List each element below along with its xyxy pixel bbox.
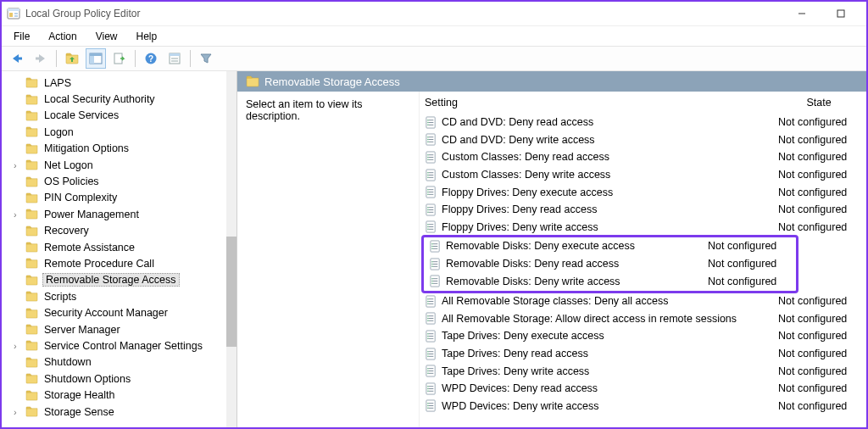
policy-icon: [425, 203, 437, 216]
highlight-annotation: Removable Disks: Deny execute accessNot …: [421, 235, 798, 293]
setting-name: CD and DVD: Deny write access: [442, 134, 778, 146]
tree-item[interactable]: Security Account Manager: [2, 304, 236, 320]
setting-row[interactable]: CD and DVD: Deny read accessNot configur…: [420, 114, 866, 131]
up-one-level-button[interactable]: [62, 48, 82, 69]
back-button[interactable]: [7, 48, 27, 69]
setting-state: Not configured: [778, 203, 866, 215]
tree-item[interactable]: Storage Sense: [2, 404, 236, 420]
column-state[interactable]: State: [775, 97, 863, 109]
tree-item[interactable]: Remote Procedure Call: [2, 255, 236, 271]
tree-item[interactable]: Logon: [2, 124, 236, 140]
tree-item[interactable]: Removable Storage Access: [2, 272, 236, 288]
properties-button[interactable]: [164, 48, 185, 69]
setting-row[interactable]: Removable Disks: Deny execute accessNot …: [424, 237, 796, 255]
export-list-button[interactable]: [109, 48, 130, 69]
tree-item[interactable]: Shutdown Options: [2, 370, 236, 387]
setting-name: Removable Disks: Deny read access: [446, 258, 708, 270]
setting-name: Floppy Drives: Deny read access: [442, 203, 778, 215]
show-hide-tree-button[interactable]: [86, 48, 106, 69]
tree-item-label: Storage Health: [42, 389, 116, 401]
tree-item[interactable]: LAPS: [2, 75, 236, 91]
folder-icon: [25, 110, 38, 121]
setting-row[interactable]: Tape Drives: Deny read accessNot configu…: [420, 345, 866, 363]
scrollbar-thumb[interactable]: [226, 237, 236, 347]
policy-icon: [425, 382, 437, 395]
folder-icon: [25, 242, 38, 253]
section-header: Removable Storage Access: [237, 71, 866, 92]
svg-rect-18: [90, 53, 102, 56]
folder-icon: [25, 373, 38, 384]
setting-row[interactable]: All Removable Storage classes: Deny all …: [420, 292, 866, 310]
setting-row[interactable]: CD and DVD: Deny write accessNot configu…: [420, 131, 866, 149]
setting-row[interactable]: Removable Disks: Deny read accessNot con…: [424, 255, 796, 273]
tree-item[interactable]: Locale Services: [2, 108, 236, 124]
tree-item[interactable]: Local Security Authority: [2, 91, 236, 107]
tree-item[interactable]: Remote Assistance: [2, 239, 236, 255]
setting-state: Not configured: [778, 330, 866, 342]
setting-name: Custom Classes: Deny read access: [442, 151, 778, 163]
setting-row[interactable]: WPD Devices: Deny read accessNot configu…: [420, 380, 866, 398]
menu-file[interactable]: File: [5, 29, 38, 44]
policy-icon: [425, 133, 437, 146]
tree-item[interactable]: Mitigation Options: [2, 141, 236, 157]
setting-row[interactable]: Floppy Drives: Deny execute accessNot co…: [420, 183, 866, 201]
tree-item[interactable]: Scripts: [2, 288, 236, 304]
tree-item[interactable]: Server Manager: [2, 321, 236, 337]
folder-icon: [25, 406, 38, 417]
setting-state: Not configured: [708, 258, 796, 270]
svg-rect-13: [837, 10, 844, 17]
policy-icon: [425, 295, 437, 308]
policy-icon: [425, 330, 437, 343]
minimize-button[interactable]: [790, 5, 814, 22]
description-column: Select an item to view its description.: [237, 92, 420, 427]
policy-icon: [425, 151, 437, 164]
tree-item[interactable]: Storage Health: [2, 387, 236, 403]
setting-row[interactable]: Custom Classes: Deny write accessNot con…: [420, 166, 866, 184]
folder-icon: [25, 126, 38, 137]
tree-item-label: Scripts: [42, 291, 78, 303]
setting-row[interactable]: Custom Classes: Deny read accessNot conf…: [420, 148, 866, 166]
setting-name: CD and DVD: Deny read access: [442, 116, 778, 128]
tree-item[interactable]: OS Policies: [2, 173, 236, 189]
tree-item[interactable]: Recovery: [2, 223, 236, 239]
tree-pane: LAPSLocal Security AuthorityLocale Servi…: [2, 71, 237, 427]
setting-row[interactable]: Tape Drives: Deny write accessNot config…: [420, 362, 866, 380]
setting-state: Not configured: [778, 151, 866, 163]
menu-action[interactable]: Action: [40, 29, 85, 44]
tree-item-label: Local Security Authority: [42, 93, 157, 105]
folder-icon: [25, 291, 38, 302]
forward-button[interactable]: [31, 48, 51, 69]
help-button[interactable]: ?: [141, 48, 161, 69]
setting-row[interactable]: WPD Devices: Deny write accessNot config…: [420, 398, 866, 415]
menu-help[interactable]: Help: [128, 29, 166, 44]
tree-item[interactable]: Net Logon: [2, 157, 236, 173]
tree-item-label: PIN Complexity: [42, 192, 119, 203]
setting-row[interactable]: Floppy Drives: Deny read accessNot confi…: [420, 201, 866, 219]
menu-view[interactable]: View: [87, 29, 126, 44]
folder-icon: [25, 390, 38, 401]
setting-state: Not configured: [708, 240, 796, 252]
setting-state: Not configured: [778, 348, 866, 359]
setting-row[interactable]: All Removable Storage: Allow direct acce…: [420, 310, 866, 328]
setting-row[interactable]: Floppy Drives: Deny write accessNot conf…: [420, 219, 866, 237]
tree-item[interactable]: Power Management: [2, 206, 236, 222]
policy-icon: [429, 275, 442, 287]
setting-row[interactable]: Removable Disks: Deny write accessNot co…: [424, 272, 796, 290]
setting-row[interactable]: Tape Drives: Deny execute accessNot conf…: [420, 327, 866, 345]
column-setting[interactable]: Setting: [425, 97, 775, 109]
tree-item[interactable]: Service Control Manager Settings: [2, 337, 236, 354]
svg-rect-14: [18, 58, 22, 60]
folder-icon: [25, 324, 38, 335]
tree-item-label: OS Policies: [42, 176, 101, 187]
policy-icon: [425, 169, 437, 181]
maximize-button[interactable]: [829, 5, 853, 22]
toolbar: ?: [2, 46, 866, 71]
filter-button[interactable]: [196, 48, 216, 69]
tree-item[interactable]: Shutdown: [2, 354, 236, 370]
tree-item-label: Net Logon: [42, 159, 95, 171]
setting-name: WPD Devices: Deny read access: [442, 382, 778, 394]
setting-name: Removable Disks: Deny write access: [446, 276, 708, 287]
folder-icon: [246, 75, 259, 87]
tree-item[interactable]: PIN Complexity: [2, 190, 236, 206]
setting-name: Custom Classes: Deny write access: [442, 169, 778, 181]
